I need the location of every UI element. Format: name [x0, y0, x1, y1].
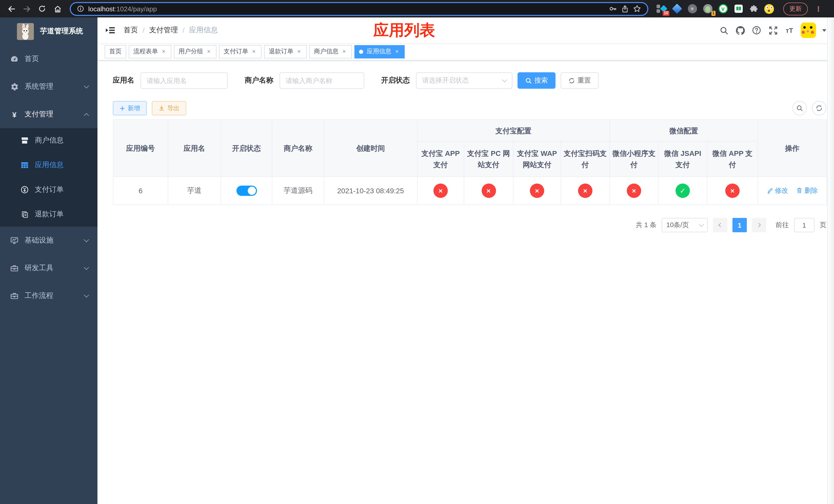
- gear-icon: [10, 83, 19, 91]
- merchant-name-input[interactable]: [280, 72, 364, 89]
- sidebar-item-label: 支付管理: [25, 110, 53, 119]
- scrollbar-track[interactable]: [827, 18, 834, 504]
- browser-chrome: localhost:1024/pay/app 10 ✳ 1: [0, 0, 834, 18]
- browser-menu-icon[interactable]: ⋮: [815, 5, 822, 13]
- toggle-search-button[interactable]: [792, 101, 807, 115]
- sidebar-item-payment[interactable]: ¥ 支付管理: [0, 100, 97, 128]
- prev-page-button[interactable]: [713, 218, 727, 232]
- tag-app-info[interactable]: 应用信息×: [354, 45, 405, 58]
- grid-table-icon: [21, 161, 29, 169]
- cell-app-name: 芋道: [168, 177, 221, 205]
- sidebar-item-refund-orders[interactable]: 退款订单: [0, 202, 97, 227]
- tag-user-group[interactable]: 用户分组×: [174, 45, 216, 58]
- url-path: :1024/pay/app: [115, 5, 157, 13]
- sidebar-logo[interactable]: 芋道管理系统: [0, 18, 97, 45]
- tag-pay-orders[interactable]: 支付订单×: [219, 45, 262, 58]
- extension-v-icon[interactable]: v: [718, 4, 728, 14]
- chevron-down-icon: [699, 222, 704, 227]
- tag-process-form[interactable]: 流程表单×: [129, 45, 171, 58]
- toolbox-icon: [10, 292, 19, 300]
- next-page-button[interactable]: [752, 218, 766, 232]
- reset-button[interactable]: 重置: [561, 72, 598, 89]
- extension-gem-icon[interactable]: [672, 4, 682, 14]
- extension-dictionary-icon[interactable]: [733, 4, 743, 14]
- sidebar-item-workflow[interactable]: 工作流程: [0, 282, 97, 310]
- user-avatar[interactable]: [801, 23, 816, 38]
- extension-avatar-icon[interactable]: 1: [703, 4, 712, 14]
- delete-link[interactable]: 删除: [796, 186, 818, 196]
- breadcrumb-payment[interactable]: 支付管理: [149, 26, 178, 35]
- col-alipay-pc: 支付宝 PC 网站支付: [464, 141, 513, 177]
- browser-forward-button[interactable]: [21, 3, 33, 15]
- bookmark-star-icon[interactable]: [633, 5, 641, 13]
- export-button[interactable]: 导出: [152, 101, 186, 115]
- document-copy-icon: [21, 210, 29, 219]
- extension-emoji-icon[interactable]: [764, 4, 774, 14]
- enable-switch[interactable]: [236, 186, 257, 196]
- chevron-down-icon: [84, 293, 89, 298]
- browser-reload-button[interactable]: [36, 3, 48, 15]
- sidebar-item-infrastructure[interactable]: 基础设施: [0, 227, 97, 254]
- extensions-puzzle-icon[interactable]: [749, 4, 759, 14]
- sidebar-item-home[interactable]: 首页: [0, 45, 97, 73]
- trash-icon: [796, 187, 803, 194]
- search-button[interactable]: 搜索: [518, 72, 555, 89]
- extension-knot-icon[interactable]: ✳: [687, 4, 697, 14]
- sidebar-collapse-icon[interactable]: [105, 25, 115, 36]
- app-title: 芋道管理系统: [40, 27, 83, 36]
- refresh-table-button[interactable]: [812, 101, 826, 115]
- close-icon[interactable]: ×: [251, 48, 257, 54]
- help-icon[interactable]: [751, 25, 762, 36]
- monitor-icon: [10, 236, 19, 245]
- close-icon[interactable]: ×: [206, 48, 212, 54]
- goto-page-input[interactable]: [794, 218, 814, 232]
- col-alipay-app: 支付宝 APP 支付: [417, 141, 464, 177]
- search-icon[interactable]: [719, 25, 729, 36]
- url-bar[interactable]: localhost:1024/pay/app: [70, 2, 648, 16]
- font-size-icon[interactable]: тT: [784, 25, 794, 36]
- breadcrumb-home[interactable]: 首页: [124, 26, 138, 35]
- share-icon[interactable]: [621, 5, 629, 13]
- tag-refund-orders[interactable]: 退款订单×: [264, 45, 307, 58]
- goto-label: 前往: [775, 221, 789, 230]
- browser-back-button[interactable]: [5, 3, 18, 15]
- site-info-icon[interactable]: [77, 5, 84, 12]
- close-icon[interactable]: ×: [296, 48, 302, 54]
- fullscreen-icon[interactable]: [768, 25, 778, 36]
- browser-update-button[interactable]: 更新: [783, 2, 808, 15]
- sidebar-item-system[interactable]: 系统管理: [0, 73, 97, 100]
- extension-badge: 10: [663, 10, 670, 16]
- logo-rabbit-image: [17, 23, 34, 40]
- user-menu-caret-icon[interactable]: [822, 29, 826, 31]
- yen-circle-icon: [21, 186, 29, 194]
- add-button[interactable]: 新增: [113, 101, 147, 115]
- close-icon[interactable]: ×: [160, 48, 167, 54]
- status-select[interactable]: 请选择开启状态: [416, 72, 512, 89]
- col-wechat-mini: 微信小程序支付: [610, 141, 658, 177]
- page-1-button[interactable]: 1: [732, 218, 747, 232]
- sidebar-item-dev-tools[interactable]: 研发工具: [0, 254, 97, 282]
- filter-form: 应用名 商户名称 开启状态 请选择开启状态 搜索: [113, 72, 834, 89]
- chevron-down-icon: [84, 83, 89, 88]
- sidebar-item-merchant-info[interactable]: 商户信息: [0, 128, 97, 153]
- sidebar-item-app-info[interactable]: 应用信息: [0, 153, 97, 177]
- pagination: 共 1 条 10条/页 1 前往 页: [113, 218, 826, 232]
- edit-link[interactable]: 修改: [767, 186, 788, 196]
- refresh-icon: [815, 105, 823, 112]
- password-key-icon[interactable]: [609, 5, 617, 13]
- app-table: 应用编号 应用名 开启状态 商户名称 创建时间 支付宝配置 微信配置 操作 支付…: [113, 119, 827, 205]
- tag-home[interactable]: 首页: [105, 45, 126, 58]
- page-size-select[interactable]: 10条/页: [662, 218, 708, 232]
- browser-home-button[interactable]: [51, 3, 64, 15]
- sidebar-item-pay-orders[interactable]: 支付订单: [0, 177, 97, 202]
- close-icon[interactable]: ×: [394, 48, 400, 54]
- wechat-mini-status-icon: ×: [627, 184, 641, 198]
- breadcrumb: 首页 / 支付管理 / 应用信息: [124, 26, 218, 35]
- page-unit-label: 页: [820, 221, 826, 230]
- tag-merchant-info[interactable]: 商户信息×: [309, 45, 352, 58]
- github-icon[interactable]: [735, 25, 745, 36]
- extension-devtools-icon[interactable]: 10: [657, 4, 666, 14]
- close-icon[interactable]: ×: [341, 48, 347, 54]
- navbar-actions: тT: [719, 23, 826, 38]
- app-name-input[interactable]: [140, 72, 228, 89]
